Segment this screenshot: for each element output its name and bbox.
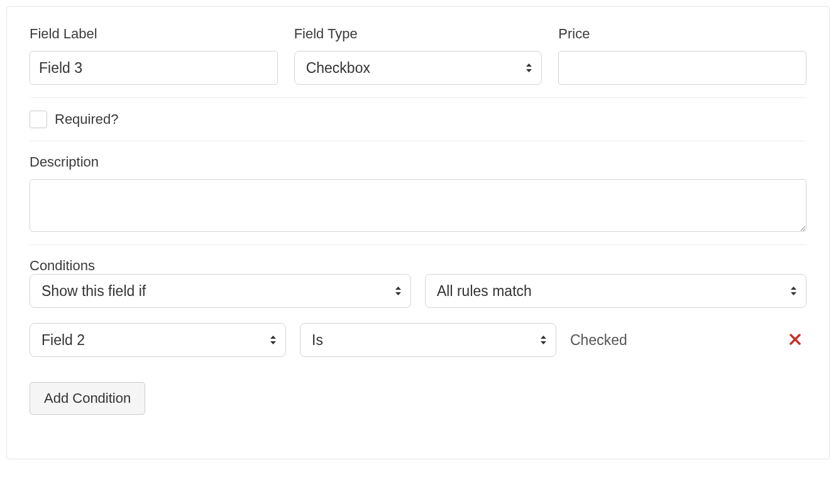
- field-label-group: Field Label: [30, 26, 278, 85]
- condition-action-select[interactable]: Show this field if: [30, 274, 411, 308]
- conditions-label: Conditions: [30, 258, 95, 273]
- field-type-group: Field Type Checkbox: [294, 26, 542, 85]
- remove-condition-button[interactable]: [786, 331, 804, 350]
- field-label-label: Field Label: [30, 26, 278, 42]
- required-row: Required?: [30, 111, 806, 128]
- price-group: Price: [558, 26, 806, 85]
- price-input[interactable]: [558, 51, 806, 85]
- conditions-section: Conditions Show this field if All rules …: [30, 258, 806, 427]
- add-condition-button[interactable]: Add Condition: [30, 382, 145, 415]
- description-label: Description: [30, 154, 806, 170]
- close-icon: [789, 333, 801, 348]
- condition-match-select[interactable]: All rules match: [425, 274, 806, 308]
- field-type-label: Field Type: [294, 26, 542, 42]
- required-label: Required?: [55, 111, 119, 128]
- field-label-input[interactable]: [30, 51, 278, 85]
- description-group: Description: [30, 154, 806, 232]
- description-textarea[interactable]: [30, 179, 806, 232]
- condition-operator-select[interactable]: Is: [300, 323, 556, 357]
- condition-field-select[interactable]: Field 2: [30, 323, 286, 357]
- condition-rule-row: Field 2 Is Checked: [30, 323, 806, 357]
- field-config-panel: Field Label Field Type Checkbox Price: [6, 6, 830, 459]
- price-label: Price: [558, 26, 806, 42]
- required-checkbox[interactable]: [30, 111, 47, 128]
- field-type-select[interactable]: Checkbox: [294, 51, 542, 85]
- condition-value-text: Checked: [570, 332, 627, 349]
